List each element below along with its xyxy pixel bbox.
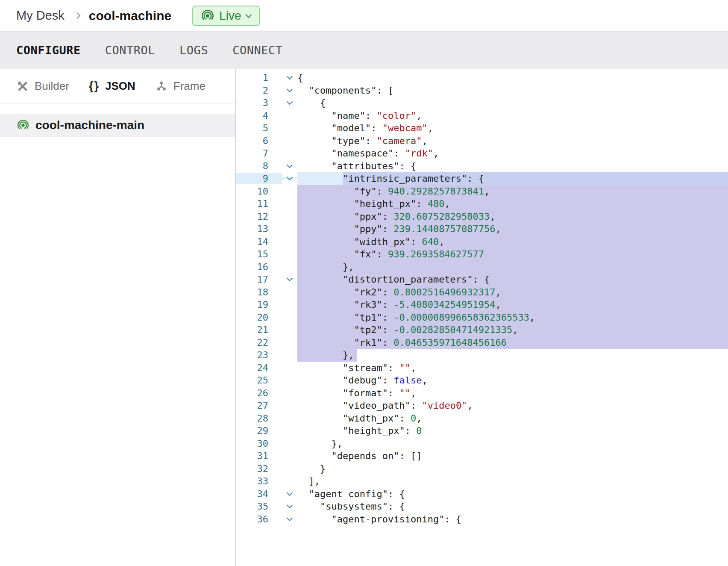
code-line[interactable]: 6 "type": "camera", [236, 135, 728, 147]
code-line[interactable]: 35 "subsystems": { [236, 500, 728, 513]
code-line-content[interactable]: "agent_config": { [297, 488, 728, 501]
code-line[interactable]: 25 "debug": false, [236, 374, 728, 387]
code-line-content[interactable]: "ppy": 239.14408757087756, [297, 223, 728, 236]
fold-chevron-icon[interactable] [287, 162, 293, 168]
fold-gutter[interactable] [282, 493, 297, 495]
code-line[interactable]: 29 "height_px": 0 [236, 424, 728, 437]
code-line[interactable]: 18 "rk2": 0.8002516496932317, [236, 286, 728, 299]
code-line-content[interactable]: }, [297, 349, 728, 362]
code-line-content[interactable]: "type": "camera", [297, 135, 728, 147]
fold-chevron-icon[interactable] [287, 490, 293, 496]
code-line-content[interactable]: } [297, 463, 728, 475]
code-line-content[interactable]: "width_px": 640, [297, 236, 728, 248]
fold-gutter[interactable] [282, 278, 297, 280]
code-line-content[interactable]: "intrinsic_parameters": { [297, 172, 728, 185]
code-line[interactable]: 30 }, [236, 437, 728, 450]
code-line-content[interactable]: "depends_on": [] [297, 450, 728, 463]
fold-chevron-icon[interactable] [287, 275, 293, 281]
code-line[interactable]: 24 "stream": "", [236, 362, 728, 374]
code-line[interactable]: 14 "width_px": 640, [236, 236, 728, 248]
code-line[interactable]: 21 "tp2": -0.002828504714921335, [236, 324, 728, 336]
code-line-content[interactable]: "width_px": 0, [297, 412, 728, 425]
code-line[interactable]: 33 ], [236, 475, 728, 488]
code-line-content[interactable]: "video_path": "video0", [297, 399, 728, 412]
code-line-content[interactable]: ], [297, 475, 728, 488]
code-line[interactable]: 36 "agent-provisioning": { [236, 513, 728, 526]
code-line[interactable]: 19 "rk3": -5.408034254951954, [236, 298, 728, 311]
code-line-content[interactable]: "rk1": 0.046535971648456166 [297, 336, 728, 349]
code-line[interactable]: 31 "depends_on": [] [236, 450, 728, 463]
code-line-content[interactable]: "height_px": 480, [297, 198, 728, 210]
code-line[interactable]: 8 "attributes": { [236, 160, 728, 173]
code-line[interactable]: 26 "format": "", [236, 387, 728, 400]
fold-chevron-icon[interactable] [287, 502, 293, 508]
fold-chevron-icon[interactable] [287, 515, 293, 521]
code-line-content[interactable]: "tp1": -0.000008996658362365533, [297, 311, 728, 324]
code-line-content[interactable]: { [297, 71, 728, 84]
code-line[interactable]: 3 { [236, 97, 728, 109]
fold-gutter[interactable] [282, 165, 297, 167]
tab-control[interactable]: CONTROL [105, 44, 155, 57]
code-line[interactable]: 2 "components": [ [236, 84, 728, 97]
code-line-content[interactable]: "stream": "", [297, 362, 728, 374]
code-line[interactable]: 12 "ppx": 320.6075282958033, [236, 210, 728, 223]
code-line-content[interactable]: { [297, 97, 728, 109]
code-line-content[interactable]: "tp2": -0.002828504714921335, [297, 324, 728, 336]
sidebar-item-machine-part[interactable]: cool-machine-main [0, 114, 235, 137]
code-line[interactable]: 1{ [236, 71, 728, 84]
code-line[interactable]: 7 "namespace": "rdk", [236, 147, 728, 160]
fold-chevron-icon[interactable] [287, 86, 293, 92]
code-line[interactable]: 9 "intrinsic_parameters": { [236, 172, 728, 185]
tab-connect[interactable]: CONNECT [232, 44, 282, 57]
code-line-content[interactable]: "debug": false, [297, 374, 728, 387]
code-line-content[interactable]: "namespace": "rdk", [297, 147, 728, 160]
code-line-content[interactable]: "format": "", [297, 387, 728, 400]
fold-chevron-icon[interactable] [287, 174, 293, 180]
code-line[interactable]: 28 "width_px": 0, [236, 412, 728, 425]
breadcrumb-parent[interactable]: My Desk [16, 9, 65, 23]
code-line[interactable]: 10 "fy": 940.2928257873841, [236, 185, 728, 198]
fold-gutter[interactable] [282, 89, 297, 91]
code-line[interactable]: 11 "height_px": 480, [236, 198, 728, 210]
fold-chevron-icon[interactable] [287, 74, 293, 80]
code-line[interactable]: 27 "video_path": "video0", [236, 399, 728, 412]
code-line[interactable]: 15 "fx": 939.2693584627577 [236, 248, 728, 261]
code-line-content[interactable]: "attributes": { [297, 160, 728, 173]
json-code-editor[interactable]: 1{2 "components": [3 {4 "name": "color",… [236, 69, 728, 566]
code-line-content[interactable]: "rk3": -5.408034254951954, [297, 298, 728, 311]
tab-logs[interactable]: LOGS [179, 44, 208, 57]
code-line[interactable]: 23 }, [236, 349, 728, 362]
code-line[interactable]: 20 "tp1": -0.000008996658362365533, [236, 311, 728, 324]
code-line[interactable]: 32 } [236, 463, 728, 475]
code-line-content[interactable]: "agent-provisioning": { [297, 513, 728, 526]
code-line-content[interactable]: }, [297, 261, 728, 274]
code-line[interactable]: 5 "model": "webcam", [236, 122, 728, 135]
fold-gutter[interactable] [282, 77, 297, 79]
code-line-content[interactable]: "distortion_parameters": { [297, 273, 728, 286]
code-line[interactable]: 22 "rk1": 0.046535971648456166 [236, 336, 728, 349]
fold-gutter[interactable] [282, 505, 297, 507]
mode-json[interactable]: {} JSON [89, 80, 135, 93]
fold-gutter[interactable] [282, 177, 297, 180]
code-line-content[interactable]: "model": "webcam", [297, 122, 728, 135]
code-line-content[interactable]: "ppx": 320.6075282958033, [297, 210, 728, 223]
live-status-dropdown[interactable]: Live [192, 6, 260, 26]
tab-configure[interactable]: CONFIGURE [16, 44, 81, 57]
fold-gutter[interactable] [282, 518, 297, 520]
code-line[interactable]: 17 "distortion_parameters": { [236, 273, 728, 286]
code-line-content[interactable]: "components": [ [297, 84, 728, 97]
code-line[interactable]: 34 "agent_config": { [236, 488, 728, 501]
code-line[interactable]: 13 "ppy": 239.14408757087756, [236, 223, 728, 236]
mode-frame[interactable]: Frame [155, 80, 205, 93]
code-line-content[interactable]: "rk2": 0.8002516496932317, [297, 286, 728, 299]
code-line-content[interactable]: "fx": 939.2693584627577 [297, 248, 728, 261]
code-line-content[interactable]: "height_px": 0 [297, 424, 728, 437]
code-line-content[interactable]: "fy": 940.2928257873841, [297, 185, 728, 198]
code-line-content[interactable]: "name": "color", [297, 109, 728, 122]
code-line-content[interactable]: }, [297, 437, 728, 450]
code-line-content[interactable]: "subsystems": { [297, 500, 728, 513]
code-line[interactable]: 4 "name": "color", [236, 109, 728, 122]
mode-builder[interactable]: Builder [16, 80, 69, 93]
code-line[interactable]: 16 }, [236, 261, 728, 274]
fold-gutter[interactable] [282, 102, 297, 104]
